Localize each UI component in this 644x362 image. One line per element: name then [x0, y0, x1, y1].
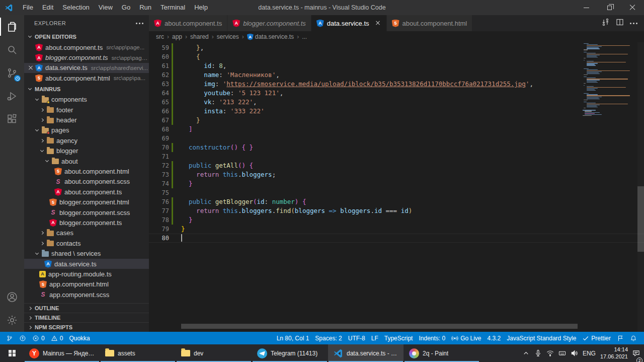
- settings-gear-icon[interactable]: [0, 309, 24, 332]
- line-number[interactable]: 66: [149, 107, 169, 116]
- line-number[interactable]: 79: [149, 225, 169, 234]
- tree-item-blogger[interactable]: blogger: [24, 146, 149, 156]
- volume-icon[interactable]: [571, 344, 578, 362]
- vertical-scrollbar[interactable]: [637, 186, 644, 252]
- extensions-icon[interactable]: [0, 108, 24, 131]
- tree-item-cases[interactable]: cases: [24, 228, 149, 238]
- source-control-icon[interactable]: [0, 61, 24, 85]
- menu-edit[interactable]: Edit: [38, 0, 58, 15]
- code-line[interactable]: 65 vk: '213 222',: [149, 98, 644, 107]
- more-actions-icon[interactable]: [630, 22, 638, 24]
- line-number[interactable]: 80: [149, 234, 169, 243]
- status-ln-80-col-1[interactable]: Ln 80, Col 1: [274, 332, 312, 344]
- run-debug-icon[interactable]: [0, 85, 24, 108]
- code-line[interactable]: 74 }: [149, 179, 644, 188]
- code-line[interactable]: 61 id: 8,: [149, 61, 644, 70]
- horizontal-scrollbar[interactable]: [181, 324, 578, 329]
- breadcrumb-item[interactable]: shared: [190, 33, 209, 40]
- tree-item-about.component.html[interactable]: 5about.component.html: [24, 166, 149, 176]
- tree-item-pages[interactable]: pages: [24, 125, 149, 135]
- code-line[interactable]: 67 }: [149, 116, 644, 125]
- breadcrumb-item[interactable]: services: [217, 33, 239, 40]
- project-header[interactable]: MAINRUS: [24, 84, 149, 95]
- line-number[interactable]: 65: [149, 98, 169, 107]
- status-javascript-standard-style[interactable]: JavaScript Standard Style: [504, 332, 579, 344]
- code-line[interactable]: 71: [149, 152, 644, 161]
- bell-status-icon[interactable]: [627, 332, 640, 344]
- taskbar-app-data-service-ts-ma-[interactable]: data.service.ts - ma...: [328, 344, 404, 362]
- taskbar-app-telegram-11413-[interactable]: Telegram (11413): [252, 344, 328, 362]
- account-icon[interactable]: [0, 285, 24, 309]
- menu-go[interactable]: Go: [117, 0, 135, 15]
- start-button[interactable]: [0, 344, 24, 362]
- status-utf-8[interactable]: UTF-8: [345, 332, 368, 344]
- language-indicator[interactable]: ENG: [583, 344, 596, 362]
- tab-about.component.html[interactable]: 5about.component.html: [387, 15, 473, 31]
- code-line[interactable]: 59 },: [149, 43, 644, 52]
- menu-run[interactable]: Run: [135, 0, 156, 15]
- warning-status-icon[interactable]: 0: [48, 332, 66, 344]
- menu-selection[interactable]: Selection: [58, 0, 94, 15]
- code-line[interactable]: 62 name: 'Масленников',: [149, 70, 644, 80]
- microphone-icon[interactable]: [534, 344, 542, 362]
- tree-item-app-routing.module.ts[interactable]: Aapp-routing.module.ts: [24, 269, 149, 279]
- line-number[interactable]: 64: [149, 89, 169, 98]
- explorer-actions-icon[interactable]: [136, 22, 144, 24]
- status-spaces-2[interactable]: Spaces: 2: [312, 332, 345, 344]
- touch-keyboard-icon[interactable]: [558, 344, 566, 362]
- tray-chevron-up-icon[interactable]: [522, 344, 530, 362]
- line-number[interactable]: 67: [149, 116, 169, 125]
- taskbar-app-mainrus-[interactable]: YMainrus — Яндекс....: [24, 344, 100, 362]
- minimize-button[interactable]: [575, 0, 598, 15]
- section-npm-scripts[interactable]: NPM SCRIPTS: [24, 322, 149, 332]
- close-button[interactable]: [621, 0, 644, 15]
- menu-file[interactable]: File: [18, 0, 38, 15]
- code-line[interactable]: 76 public getBlogger(id: number) {: [149, 197, 644, 206]
- open-editor-data.service.ts[interactable]: Adata.service.tssrc\app\shared\servi...: [24, 63, 149, 73]
- explorer-icon[interactable]: [0, 15, 24, 38]
- breadcrumb-item[interactable]: data.service.ts: [255, 33, 294, 40]
- open-editors-header[interactable]: OPEN EDITORS: [24, 31, 149, 42]
- minimap[interactable]: [582, 43, 637, 123]
- open-changes-icon[interactable]: [602, 18, 610, 28]
- code-line[interactable]: 80: [149, 234, 644, 243]
- status-indents-0[interactable]: Indents: 0: [416, 332, 448, 344]
- tree-item-app.component.html[interactable]: 5app.component.html: [24, 279, 149, 289]
- code-line[interactable]: 60 {: [149, 52, 644, 61]
- tree-item-footer[interactable]: footer: [24, 105, 149, 115]
- line-number[interactable]: 75: [149, 188, 169, 197]
- tree-item-contacts[interactable]: contacts: [24, 238, 149, 248]
- broadcast-status-icon[interactable]: Go Live: [448, 332, 484, 344]
- line-number[interactable]: 78: [149, 215, 169, 225]
- line-number[interactable]: 73: [149, 170, 169, 179]
- status-quokka[interactable]: Quokka: [66, 332, 93, 344]
- line-number[interactable]: 62: [149, 70, 169, 80]
- tab-data.service.ts[interactable]: Adata.service.ts: [311, 15, 387, 31]
- breadcrumb-item[interactable]: ...: [302, 33, 307, 40]
- line-number[interactable]: 61: [149, 61, 169, 70]
- tree-item-blogger.component.html[interactable]: 5blogger.component.html: [24, 197, 149, 207]
- line-number[interactable]: 71: [149, 152, 169, 161]
- taskbar-app-assets[interactable]: assets: [100, 344, 176, 362]
- network-wifi-icon[interactable]: [546, 344, 554, 362]
- tree-item-about.component.ts[interactable]: Aabout.component.ts: [24, 187, 149, 197]
- open-editor-about.component.html[interactable]: 5about.component.htmlsrc\app\pa...: [24, 73, 149, 83]
- line-number[interactable]: 68: [149, 125, 169, 134]
- line-number[interactable]: 72: [149, 161, 169, 170]
- close-editor-icon[interactable]: [27, 65, 35, 71]
- code-line[interactable]: 72 public getAll() {: [149, 161, 644, 170]
- restore-button[interactable]: [598, 0, 621, 15]
- code-line[interactable]: 73 return this.bloggers;: [149, 170, 644, 179]
- code-line[interactable]: 79}: [149, 225, 644, 234]
- tree-item-blogger.component.scss[interactable]: Sblogger.component.scss: [24, 207, 149, 218]
- menu-help[interactable]: Help: [190, 0, 212, 15]
- taskbar-app-dev[interactable]: dev: [176, 344, 252, 362]
- code-line[interactable]: 70 constructor() { }: [149, 143, 644, 152]
- tree-item-header[interactable]: header: [24, 115, 149, 125]
- section-timeline[interactable]: TIMELINE: [24, 313, 149, 322]
- code-line[interactable]: 78 }: [149, 215, 644, 225]
- breadcrumb-item[interactable]: app: [172, 33, 182, 40]
- line-number[interactable]: 69: [149, 134, 169, 143]
- menu-terminal[interactable]: Terminal: [156, 0, 190, 15]
- check-status-icon[interactable]: Prettier: [579, 332, 614, 344]
